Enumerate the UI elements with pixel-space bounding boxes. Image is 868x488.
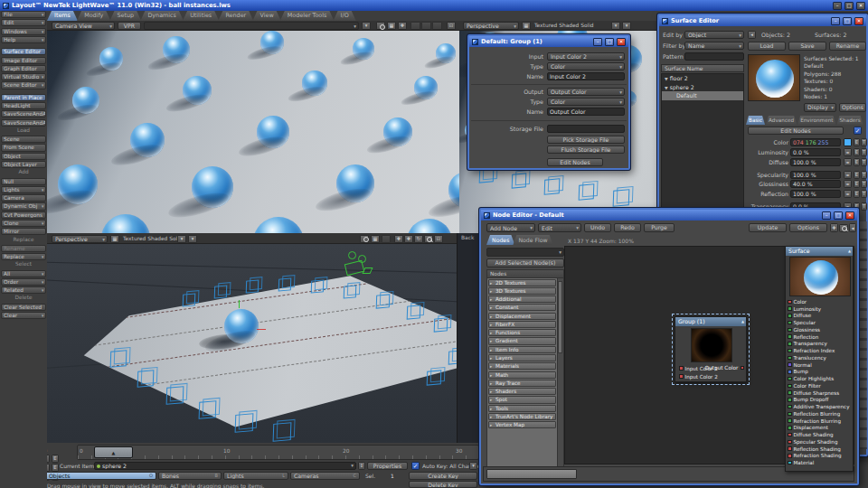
port-icon[interactable]	[788, 405, 792, 409]
input-dropdown[interactable]: Input Color 2	[547, 52, 625, 61]
menu-tab[interactable]: Dynamics	[140, 11, 184, 21]
envelope-button[interactable]: E	[854, 180, 860, 188]
node-editor-tab[interactable]: Node Flow	[513, 235, 552, 245]
sidebar-item[interactable]: Object Layer	[1, 161, 46, 168]
timeline-ruler[interactable]: 0 10 20 30 ▲	[77, 445, 479, 460]
node-input-port[interactable]: Color	[786, 298, 854, 305]
sidebar-item[interactable]	[1, 44, 46, 47]
port-icon[interactable]	[788, 377, 792, 381]
spinner-icon[interactable]: ◂▸	[844, 171, 852, 179]
node-input-port[interactable]: Refraction Blurring	[786, 418, 854, 425]
load-button[interactable]: Load	[748, 42, 786, 51]
plus-icon[interactable]: ✚	[398, 22, 407, 30]
port-icon[interactable]	[788, 446, 792, 451]
name-field[interactable]: Input Color 2	[547, 72, 625, 80]
grid-icon[interactable]: ▦	[110, 235, 119, 243]
node-category-item[interactable]: FiberFX	[488, 321, 556, 328]
maximize-viewport-icon[interactable]: ⊡	[447, 22, 456, 30]
sidebar-item[interactable]: Cvt Powergons	[1, 211, 46, 219]
port-icon[interactable]	[788, 390, 792, 395]
chevron-down-icon[interactable]: ▾	[188, 235, 197, 243]
envelope-button[interactable]: E	[854, 148, 860, 156]
sidebar-item[interactable]: Order	[1, 278, 46, 286]
update-button[interactable]: Update	[749, 223, 787, 232]
flush-storage-file-button[interactable]: Flush Storage File	[547, 145, 625, 154]
node-category-item[interactable]: Materials	[488, 362, 556, 370]
sidebar-item[interactable]: Surface Editor	[1, 48, 46, 55]
group-dialog-title-bar[interactable]: Default: Group (1) – □ ✕	[469, 36, 628, 47]
delete-key-button[interactable]: Delete Key	[409, 481, 477, 488]
node-category-item[interactable]: Spot	[488, 396, 556, 403]
maximize-icon[interactable]: □	[844, 2, 854, 10]
chevron-down-icon[interactable]: ▾	[362, 22, 371, 30]
port-icon[interactable]	[788, 461, 792, 465]
camera-icon[interactable]	[360, 235, 369, 243]
axis-handle-y[interactable]	[239, 300, 240, 308]
menu-tab[interactable]: Items	[47, 11, 78, 21]
sidebar-item[interactable]: Image Editor	[1, 57, 46, 64]
pan-icon[interactable]: ✚	[394, 235, 403, 243]
chevron-down-icon[interactable]: ▾	[611, 22, 620, 30]
port-icon[interactable]	[788, 384, 792, 389]
sidebar-item[interactable]: Delete	[1, 295, 46, 302]
color-swatch[interactable]	[844, 138, 852, 146]
node-input-port[interactable]: Bump Dropoff	[786, 397, 854, 404]
selected-sphere[interactable]	[224, 309, 259, 343]
sidebar-item[interactable]: Rename	[1, 245, 46, 252]
port-icon[interactable]	[741, 366, 745, 371]
maximize-viewport-icon[interactable]: ⊡	[434, 235, 443, 243]
zoom-icon[interactable]	[839, 224, 848, 232]
view-type-dropdown[interactable]: Perspective	[52, 235, 108, 243]
node-category-item[interactable]: Ray Trace	[488, 380, 556, 387]
port-icon[interactable]	[788, 433, 792, 437]
output-dropdown[interactable]: Output Color	[547, 88, 625, 96]
node-input-port[interactable]: Specular	[786, 319, 854, 326]
sidebar-item[interactable]: All	[1, 270, 46, 277]
autokey-checkbox[interactable]: ✓	[411, 462, 420, 470]
add-node-dropdown[interactable]: Add Node	[486, 223, 535, 232]
node-category-item[interactable]: Item Info	[488, 346, 556, 353]
node-input-port[interactable]: Reflection Blurring	[786, 410, 854, 418]
node-category-item[interactable]: 3D Textures	[488, 287, 556, 295]
collapse-icon[interactable]: ◀	[849, 223, 856, 232]
sidebar-item[interactable]: Scene	[1, 136, 46, 143]
back-arrow-icon[interactable]: ◂	[748, 31, 756, 39]
node-category-item[interactable]: Gradient	[488, 337, 556, 344]
edit-nodes-button[interactable]: Edit Nodes	[748, 127, 844, 135]
node-input-port[interactable]: Translucency	[786, 354, 854, 361]
menu-tab[interactable]: Modify	[77, 11, 110, 21]
item-list-icon[interactable]: ↕	[358, 462, 365, 470]
viewport-back-label[interactable]: Back	[461, 234, 474, 242]
viewport-perspective-bottom[interactable]	[47, 244, 457, 443]
edit-by-dropdown[interactable]: Object	[684, 31, 744, 39]
minimize-icon[interactable]: –	[831, 17, 840, 25]
rotate-icon[interactable]: ↻	[414, 235, 423, 243]
property-value-field[interactable]: 0.0 %	[790, 148, 841, 156]
node-category-item[interactable]: Shaders	[488, 388, 556, 395]
sidebar-item[interactable]: Lights	[1, 186, 46, 193]
surface-tab[interactable]: Shaders	[836, 116, 863, 125]
node-input-port[interactable]: Normal	[786, 361, 854, 369]
close-icon[interactable]: ✕	[854, 17, 863, 25]
property-value-field[interactable]: 100.0 %	[790, 158, 841, 166]
node-input-port[interactable]: Color Filter	[786, 382, 854, 389]
sidebar-item[interactable]: Help	[1, 36, 46, 43]
surface-tab[interactable]: Basic	[746, 116, 765, 125]
port-icon[interactable]	[788, 300, 792, 305]
node-category-item[interactable]: 2D Textures	[488, 279, 556, 286]
spinner-icon[interactable]: ◂▸	[844, 148, 852, 156]
item-type-button[interactable]: BBones	[158, 472, 222, 480]
surface-editor-title-bar[interactable]: Surface Editor – □ ✕	[659, 15, 866, 26]
surface-tab[interactable]: Environment	[797, 116, 835, 125]
spinner-icon[interactable]: ◂▸	[844, 158, 852, 166]
sidebar-item[interactable]: Add	[1, 169, 46, 176]
property-value-field[interactable]: 100.0 %	[790, 171, 841, 179]
color-value-field[interactable]: 074 176 255	[790, 138, 841, 146]
menu-tab[interactable]: Utilities	[183, 11, 219, 21]
group-node[interactable]: Group (1) Input Color 1 Input Color 2 Ou…	[675, 316, 747, 382]
sidebar-item[interactable]: Camera	[1, 194, 46, 202]
surface-node[interactable]: Surface Color Luminosity Diffuse	[785, 246, 854, 472]
pick-storage-file-button[interactable]: Pick Storage File	[547, 136, 625, 144]
node-category-item[interactable]: Tools	[488, 405, 556, 412]
grid-icon[interactable]: ▦	[387, 22, 396, 30]
